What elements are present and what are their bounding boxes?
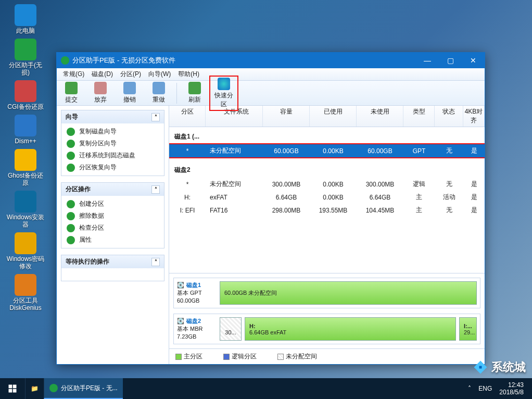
partition-list[interactable]: 磁盘1 (...*未分配空间60.00GB0.00KB60.00GBGPT无是磁…	[169, 127, 485, 273]
sidebar-item[interactable]: 迁移系统到固态磁盘	[61, 149, 164, 161]
svg-rect-5	[9, 389, 12, 393]
disk-maps: 💽磁盘1 基本 GPT 60.00GB 60.00GB 未分配空间 💽磁盘2 基…	[169, 273, 485, 348]
partition-row[interactable]: I: EFIFAT16298.00MB193.55MB104.45MB主无是	[169, 204, 485, 217]
disk1-unallocated-bar[interactable]: 60.00GB 未分配空间	[220, 281, 477, 305]
partition-assistant-window: 分区助手PE版 - 无损分区免费软件 — ▢ ✕ 常规(G)磁盘(D)分区(P)…	[56, 52, 485, 365]
svg-rect-3	[9, 385, 12, 389]
sidebar-item-label: 创建分区	[79, 200, 104, 208]
partition-row[interactable]: *未分配空间300.00MB0.00KB300.00MB逻辑无是	[169, 178, 485, 191]
partition-row[interactable]: *未分配空间60.00GB0.00KB60.00GBGPT无是	[169, 144, 485, 157]
desktop-icon[interactable]: Windows安装器	[5, 191, 46, 228]
icon-label: Windows安装器	[5, 214, 46, 228]
disk-icon: 💽	[177, 281, 184, 289]
icon-label: 分区工具DiskGenius	[5, 297, 46, 311]
tray-expand-icon[interactable]: ˄	[468, 385, 471, 392]
pending-panel-title: 等待执行的操作	[66, 257, 109, 266]
menu-item[interactable]: 磁盘(D)	[88, 69, 116, 80]
collapse-icon[interactable]: ˄	[151, 113, 160, 121]
app-icon	[15, 191, 36, 213]
menu-item[interactable]: 常规(G)	[60, 69, 87, 80]
undo-button[interactable]: 撤销	[115, 82, 144, 104]
icon-label: Dism++	[5, 138, 46, 145]
taskbar[interactable]: 📁 分区助手PE版 - 无... ˄ ENG 12:43 2018/5/8	[0, 378, 532, 399]
clock[interactable]: 12:43 2018/5/8	[499, 381, 524, 396]
menu-item[interactable]: 分区(P)	[117, 69, 144, 80]
sidebar-item[interactable]: 复制分区向导	[61, 138, 164, 149]
disk2-free-bar[interactable]: 30...	[220, 317, 242, 341]
app-icon	[61, 56, 69, 65]
toolbar: 提交 放弃 撤销 重做 刷新 快速分区	[57, 81, 485, 106]
desktop-icon[interactable]: Windows密码修改	[5, 232, 46, 270]
maximize-button[interactable]: ▢	[439, 53, 462, 68]
icon-label: CGI备份还原	[5, 103, 46, 110]
menu-item[interactable]: 向导(W)	[145, 69, 174, 80]
sidebar-item-label: 分区恢复向导	[79, 163, 117, 172]
sidebar-item-label: 复制分区向导	[79, 139, 117, 148]
app-icon	[15, 149, 36, 171]
sidebar-item-label: 复制磁盘向导	[79, 127, 117, 136]
svg-rect-2	[479, 366, 482, 369]
desktop-icon[interactable]: 分区工具DiskGenius	[5, 274, 46, 311]
file-explorer-task[interactable]: 📁	[25, 378, 44, 399]
bullet-icon	[67, 152, 75, 160]
desktop-icon[interactable]: 分区助手(无损)	[5, 39, 46, 76]
quick-partition-button[interactable]: 快速分区	[209, 76, 238, 111]
titlebar[interactable]: 分区助手PE版 - 无损分区免费软件 — ▢ ✕	[57, 53, 485, 68]
desktop-icon[interactable]: 此电脑	[5, 4, 46, 34]
desktop-icon[interactable]: CGI备份还原	[5, 80, 46, 110]
menu-item[interactable]: 帮助(H)	[175, 69, 202, 80]
sidebar: 向导˄ 复制磁盘向导复制分区向导迁移系统到固态磁盘分区恢复向导 分区操作˄ 创建…	[57, 106, 169, 364]
disk-icon: 💽	[177, 317, 184, 325]
window-title: 分区助手PE版 - 无损分区免费软件	[72, 56, 175, 65]
disk-header: 磁盘1 (...	[169, 127, 485, 144]
task-icon	[49, 384, 58, 392]
system-tray[interactable]: ˄ ENG 12:43 2018/5/8	[468, 381, 532, 396]
partition-row[interactable]: H:exFAT6.64GB0.00KB6.64GB主活动是	[169, 191, 485, 204]
sidebar-item[interactable]: 创建分区	[61, 198, 164, 210]
minimize-button[interactable]: —	[416, 53, 439, 68]
redo-button[interactable]: 重做	[144, 82, 173, 104]
collapse-icon[interactable]: ˄	[151, 258, 160, 266]
discard-button[interactable]: 放弃	[86, 82, 115, 104]
sidebar-item[interactable]: 检查分区	[61, 222, 164, 234]
sidebar-item[interactable]: 属性	[61, 234, 164, 246]
sidebar-item-label: 检查分区	[79, 223, 104, 232]
sidebar-item[interactable]: 复制磁盘向导	[61, 126, 164, 138]
icon-label: 此电脑	[5, 27, 46, 34]
bullet-icon	[67, 224, 75, 232]
sidebar-item[interactable]: 分区恢复向导	[61, 161, 164, 173]
sidebar-item-label: 属性	[79, 235, 92, 244]
bullet-icon	[67, 212, 75, 220]
refresh-button[interactable]: 刷新	[180, 82, 209, 104]
desktop-icon[interactable]: Ghost备份还原	[5, 149, 46, 186]
bullet-icon	[67, 140, 75, 148]
app-icon	[15, 4, 36, 26]
watermark: 系统城	[473, 359, 526, 375]
icon-label: Ghost备份还原	[5, 172, 46, 186]
wizard-panel: 向导˄ 复制磁盘向导复制分区向导迁移系统到固态磁盘分区恢复向导	[61, 110, 164, 176]
disk2-map[interactable]: 💽磁盘2 基本 MBR 7.23GB 30... H: 6.64GB exFAT…	[173, 314, 480, 344]
menu-bar: 常规(G)磁盘(D)分区(P)向导(W)帮助(H)	[57, 68, 485, 81]
app-icon	[15, 80, 36, 102]
desktop-icon[interactable]: Dism++	[5, 115, 46, 145]
app-icon	[15, 39, 36, 60]
bullet-icon	[67, 164, 75, 172]
partition-assistant-task[interactable]: 分区助手PE版 - 无...	[44, 378, 123, 399]
disk2-h-bar[interactable]: H: 6.64GB exFAT	[245, 317, 456, 341]
icon-label: 分区助手(无损)	[5, 61, 46, 76]
pending-panel: 等待执行的操作˄	[61, 255, 164, 281]
language-indicator[interactable]: ENG	[478, 385, 492, 392]
ops-panel-title: 分区操作	[66, 185, 91, 194]
start-button[interactable]	[0, 378, 25, 399]
collapse-icon[interactable]: ˄	[151, 185, 160, 194]
commit-button[interactable]: 提交	[57, 82, 86, 104]
disk1-map[interactable]: 💽磁盘1 基本 GPT 60.00GB 60.00GB 未分配空间	[173, 278, 480, 308]
wizard-panel-title: 向导	[66, 113, 78, 121]
ops-panel: 分区操作˄ 创建分区擦除数据检查分区属性	[61, 182, 164, 248]
svg-rect-6	[13, 389, 17, 393]
close-button[interactable]: ✕	[462, 53, 485, 68]
svg-rect-4	[13, 385, 17, 389]
disk-header: 磁盘2	[169, 160, 485, 178]
sidebar-item[interactable]: 擦除数据	[61, 210, 164, 222]
disk2-efi-bar[interactable]: I:... 29...	[459, 317, 477, 341]
